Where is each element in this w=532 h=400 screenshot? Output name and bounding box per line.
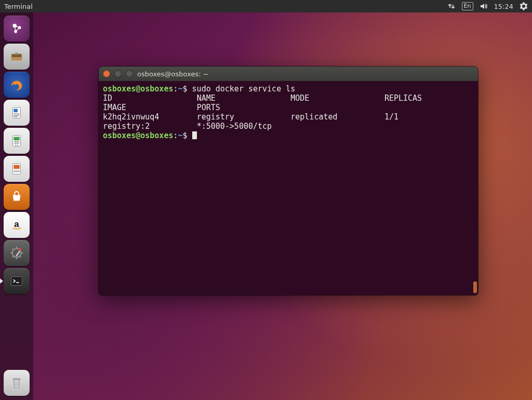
- sound-icon[interactable]: [480, 2, 488, 10]
- indicator-area: En 15:24: [447, 2, 528, 10]
- unity-launcher: a: [0, 12, 33, 400]
- prompt2-path: ~: [178, 131, 183, 140]
- window-close-button[interactable]: [103, 70, 110, 77]
- cell-id: k2hq2ivnwuq4: [103, 112, 159, 122]
- header-mode: MODE: [290, 94, 309, 103]
- terminal-body[interactable]: osboxes@osboxes:~$ sudo docker service l…: [99, 81, 478, 295]
- launcher-settings-icon[interactable]: [4, 240, 30, 266]
- launcher-amazon-icon[interactable]: a: [4, 212, 30, 238]
- launcher-calc-icon[interactable]: [4, 128, 30, 154]
- svg-rect-8: [14, 109, 18, 113]
- svg-rect-10: [14, 137, 19, 141]
- prompt-sigil: $: [183, 84, 188, 94]
- launcher-trash-icon[interactable]: [4, 370, 30, 396]
- svg-text:a: a: [14, 219, 19, 229]
- window-title: osboxes@osboxes: ~: [137, 70, 209, 78]
- entered-command: sudo docker service ls: [192, 84, 296, 94]
- svg-rect-12: [14, 165, 19, 169]
- svg-rect-19: [11, 277, 22, 286]
- terminal-scrollbar-thumb[interactable]: [473, 282, 477, 293]
- header-id: ID: [103, 94, 112, 103]
- header-ports: PORTS: [197, 103, 220, 112]
- cell-ports: *:5000->5000/tcp: [197, 122, 272, 131]
- terminal-window[interactable]: osboxes@osboxes: ~ osboxes@osboxes:~$ su…: [99, 66, 478, 295]
- window-minimize-button[interactable]: [114, 70, 122, 77]
- launcher-dash-icon[interactable]: [4, 16, 30, 42]
- cell-name: registry: [197, 112, 234, 122]
- launcher-software-icon[interactable]: [4, 184, 30, 210]
- prompt2-userhost: osboxes@osboxes: [103, 131, 173, 140]
- window-titlebar[interactable]: osboxes@osboxes: ~: [99, 66, 478, 81]
- svg-rect-20: [13, 379, 20, 380]
- network-icon[interactable]: [447, 2, 456, 10]
- launcher-firefox-icon[interactable]: [4, 72, 30, 98]
- svg-rect-5: [15, 53, 18, 55]
- prompt-path: ~: [178, 84, 183, 94]
- session-gear-icon[interactable]: [520, 2, 528, 10]
- launcher-files-icon[interactable]: [4, 44, 30, 70]
- svg-rect-13: [14, 170, 19, 172]
- window-maximize-button[interactable]: [126, 70, 133, 77]
- header-name: NAME: [197, 94, 216, 103]
- prompt-userhost: osboxes@osboxes: [103, 84, 173, 94]
- prompt-colon: :: [173, 84, 178, 94]
- prompt2-sigil: $: [183, 131, 188, 140]
- keyboard-language-indicator[interactable]: En: [462, 2, 473, 10]
- launcher-terminal-icon[interactable]: [4, 268, 30, 294]
- launcher-impress-icon[interactable]: [4, 156, 30, 182]
- terminal-cursor: [192, 131, 197, 139]
- cell-replicas: 1/1: [384, 112, 398, 122]
- top-menubar: Terminal En 15:24: [0, 0, 532, 12]
- prompt2-colon: :: [173, 131, 178, 140]
- header-image: IMAGE: [103, 103, 126, 112]
- active-app-title: Terminal: [4, 3, 33, 10]
- clock[interactable]: 15:24: [494, 3, 513, 10]
- svg-point-18: [19, 248, 22, 251]
- cell-mode: replicated: [290, 112, 337, 122]
- launcher-writer-icon[interactable]: [4, 100, 30, 126]
- svg-point-14: [16, 193, 18, 195]
- cell-image: registry:2: [103, 122, 150, 131]
- header-replicas: REPLICAS: [384, 94, 422, 103]
